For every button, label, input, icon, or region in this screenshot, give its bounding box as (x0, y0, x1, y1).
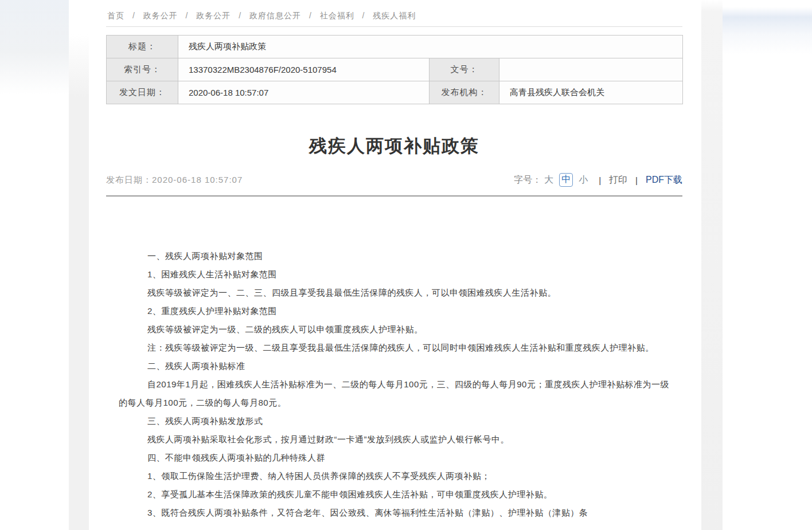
paragraph: 3、既符合残疾人两项补贴条件，又符合老年、因公致残、离休等福利性生活补贴（津贴）… (119, 504, 673, 522)
font-size-label: 字号： (514, 174, 541, 186)
table-row: 索引号： 13370322MB2304876F/2020-5107954 文号： (107, 58, 683, 81)
font-size-medium-button[interactable]: 中 (559, 173, 573, 187)
paragraph: 四、不能申领残疾人两项补贴的几种特殊人群 (119, 449, 673, 467)
paragraph: 残疾等级被评定为一级、二级的残疾人可以申领重度残疾人护理补贴。 (119, 320, 673, 339)
breadcrumb-current-page: 残疾人福利 (373, 11, 416, 20)
breadcrumb-social-welfare[interactable]: 社会福利 (320, 11, 354, 20)
paragraph: 自2019年1月起，困难残疾人生活补贴标准为一、二级的每人每月100元，三、四级… (119, 375, 673, 412)
font-size-large-button[interactable]: 大 (544, 174, 553, 186)
background-left-gradient (0, 0, 69, 95)
breadcrumb-zhengwu-1[interactable]: 政务公开 (143, 11, 178, 20)
content-panel: 首页 / 政务公开 / 政务公开 / 政府信息公开 / 社会福利 / 残疾人福利… (89, 0, 701, 530)
background-right-top-gradient (723, 0, 812, 92)
meta-label-doc-number: 文号： (430, 58, 499, 81)
paragraph: 2、享受孤儿基本生活保障政策的残疾儿童不能申领困难残疾人生活补贴，可申领重度残疾… (119, 485, 673, 504)
breadcrumb-separator: / (309, 11, 312, 20)
breadcrumb-separator: / (239, 11, 241, 20)
paragraph: 二、残疾人两项补贴标准 (119, 357, 673, 375)
paragraph: 残疾人两项补贴采取社会化形式，按月通过财政“一卡通”发放到残疾人或监护人银行帐号… (119, 430, 673, 449)
meta-value-issuing-agency: 高青县残疾人联合会机关 (499, 81, 683, 104)
article-meta-row: 发布日期：2020-06-18 10:57:07 字号： 大 中 小 | 打印 … (106, 172, 682, 188)
meta-value-doc-number (499, 58, 683, 81)
article-toolbar: 字号： 大 中 小 | 打印 | PDF下载 (514, 173, 682, 187)
table-row: 发文日期： 2020-06-18 10:57:07 发布机构： 高青县残疾人联合… (107, 81, 683, 104)
meta-value-index-number: 13370322MB2304876F/2020-5107954 (178, 58, 430, 81)
meta-value-title: 残疾人两项补贴政策 (178, 36, 683, 58)
breadcrumb-zhengwu-2[interactable]: 政务公开 (196, 11, 231, 20)
paragraph: 残疾等级被评定为一、二、三、四级且享受我县最低生活保障的残疾人，可以申领困难残疾… (119, 284, 673, 302)
paragraph: 注：残疾等级被评定为一级、二级且享受我县最低生活保障的残疾人，可以同时申领困难残… (119, 339, 673, 357)
background-left-strip (69, 0, 89, 530)
paragraph: 1、领取工伤保险生活护理费、纳入特困人员供养保障的残疾人不享受残疾人两项补贴； (119, 467, 673, 485)
meta-value-issue-date: 2020-06-18 10:57:07 (178, 81, 430, 104)
print-button[interactable]: 打印 (609, 174, 627, 186)
meta-label-issue-date: 发文日期： (107, 81, 178, 104)
publish-date: 发布日期：2020-06-18 10:57:07 (106, 175, 243, 186)
page-title: 残疾人两项补贴政策 (106, 134, 682, 158)
header-divider (106, 195, 682, 197)
pdf-download-button[interactable]: PDF下载 (646, 174, 682, 186)
breadcrumb: 首页 / 政务公开 / 政务公开 / 政府信息公开 / 社会福利 / 残疾人福利 (106, 0, 682, 27)
toolbar-separator: | (635, 175, 638, 185)
article-body: 一、残疾人两项补贴对象范围 1、困难残疾人生活补贴对象范围 残疾等级被评定为一、… (119, 247, 673, 522)
toolbar-separator: | (599, 175, 601, 185)
breadcrumb-separator: / (362, 11, 365, 20)
meta-label-issuing-agency: 发布机构： (430, 81, 499, 104)
breadcrumb-separator: / (132, 11, 135, 20)
meta-label-title: 标题： (107, 36, 178, 58)
table-row: 标题： 残疾人两项补贴政策 (107, 36, 683, 58)
paragraph: 一、残疾人两项补贴对象范围 (119, 247, 673, 265)
paragraph: 1、困难残疾人生活补贴对象范围 (119, 265, 673, 284)
paragraph: 2、重度残疾人护理补贴对象范围 (119, 302, 673, 320)
background-right-strip (701, 0, 723, 530)
breadcrumb-home[interactable]: 首页 (107, 11, 124, 20)
paragraph: 三、残疾人两项补贴发放形式 (119, 412, 673, 430)
font-size-small-button[interactable]: 小 (579, 174, 588, 186)
breadcrumb-gov-info[interactable]: 政府信息公开 (249, 11, 301, 20)
breadcrumb-separator: / (186, 11, 189, 20)
meta-label-index-number: 索引号： (107, 58, 178, 81)
document-meta-table: 标题： 残疾人两项补贴政策 索引号： 13370322MB2304876F/20… (106, 35, 683, 104)
